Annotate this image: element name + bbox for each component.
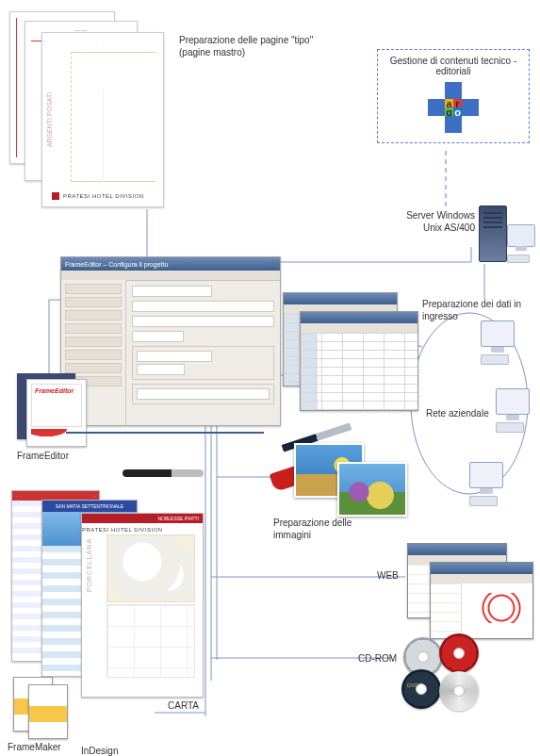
framemaker-box-2 (28, 684, 68, 739)
keyboard-icon (507, 255, 530, 263)
swirl-logo-icon (478, 593, 525, 623)
divider (66, 432, 264, 434)
label-server: Server Windows Unix AS/400 (394, 209, 475, 234)
workstation-1 (481, 320, 515, 365)
argo-logo: a r g o (428, 82, 479, 133)
label-master-pages: Preparazione delle pagine "tipo" (pagine… (179, 34, 320, 58)
label-cdrom: CD-ROM (358, 652, 397, 665)
label-web: WEB (377, 569, 399, 582)
argo-letter-o: o (453, 107, 462, 116)
catalog-footer: PRATESI HOTEL DIVISION (82, 523, 203, 534)
catalog-icon-grid (106, 604, 195, 678)
catalog-series: NOBLESSE PIATTI (157, 516, 199, 521)
argo-letter-g: g (445, 107, 453, 116)
page-side-text: ARGENTI POSATI (46, 92, 53, 147)
label-image-prep: Preparazione delle immagini (273, 517, 368, 541)
label-network: Rete aziendale (426, 407, 501, 419)
label-framemaker: FrameMaker (8, 741, 61, 753)
label-frame-editor: FrameEditor (17, 450, 69, 462)
spreadsheet-front (300, 311, 418, 411)
label-data-input: Preparazione dei dati in ingresso (422, 298, 526, 322)
label-indesign: InDesign (81, 745, 118, 756)
output-doc-catalog: NOBLESSE PIATTI PORCELLANA PRATESI HOTEL… (81, 513, 204, 698)
window-title: FrameEditor – Configura il progetto (61, 257, 280, 271)
browser-front (430, 562, 533, 639)
master-page-front: · ARGENTI POSATI PRATESI HOTEL DIVISION (41, 32, 164, 207)
brand-square-icon (52, 192, 59, 200)
page-header-text: · (102, 39, 104, 44)
catalog-tab-text: PORCELLANA (86, 538, 92, 592)
window-form (126, 280, 280, 425)
cable-icon (123, 469, 204, 477)
server-monitor (507, 224, 535, 263)
sample-photo-2 (337, 462, 407, 517)
label-carta: CARTA (168, 699, 199, 712)
page-footer: PRATESI HOTEL DIVISION (52, 191, 154, 201)
content-management-box: Gestione di contenuti tecnico - editoria… (377, 49, 530, 143)
travel-doc-title: SAN MATIA SETTENTRIONALE (42, 501, 137, 512)
cd-icon-2 (439, 633, 479, 673)
monitor-icon (507, 224, 535, 247)
workstation-3 (469, 462, 503, 506)
server-tower-icon (479, 205, 507, 262)
catalog-footer-text: PRATESI HOTEL DIVISION (82, 527, 163, 533)
frameeditor-box-front: FrameEditor (26, 379, 87, 447)
server-rack (479, 205, 507, 262)
catalog-plates-photo (106, 534, 195, 602)
cd-icon-3: DVD (401, 669, 441, 709)
frameeditor-box-title: FrameEditor (35, 387, 74, 394)
frameeditor-window: FrameEditor – Configura il progetto (60, 256, 281, 426)
cd-icon-4 (439, 671, 479, 711)
brand-footer-text: PRATESI HOTEL DIVISION (63, 193, 144, 199)
label-content-management: Gestione di contenuti tecnico - editoria… (387, 56, 519, 76)
